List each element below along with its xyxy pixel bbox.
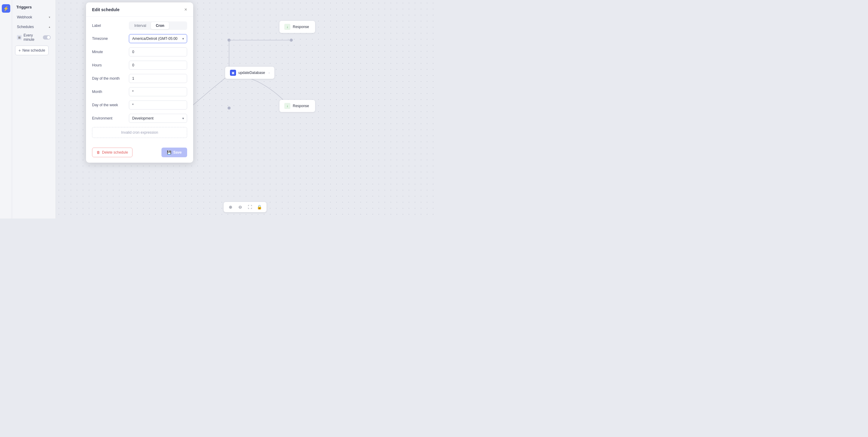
minute-row: Minute xyxy=(92,48,187,56)
hours-control xyxy=(129,61,187,70)
timezone-select[interactable]: America/Detroit (GMT-05:00 America/New_Y… xyxy=(129,34,187,43)
schedule-entry-icon: ▦ xyxy=(17,35,22,40)
day-of-month-row: Day of the month xyxy=(92,74,187,83)
minute-control xyxy=(129,48,187,56)
canvas-toolbar: ⊕ ⊖ ⛶ 🔒 xyxy=(223,201,267,213)
node-update-database[interactable]: ▣ updateDatabase › xyxy=(225,66,275,79)
modal-footer: 🗑 Delete schedule 💾 Save xyxy=(86,148,193,163)
zoom-in-icon: ⊕ xyxy=(229,205,232,210)
day-of-week-label: Day of the week xyxy=(92,103,125,107)
timezone-control: America/Detroit (GMT-05:00 America/New_Y… xyxy=(129,34,187,43)
schedule-entry-every-minute[interactable]: ▦ Every minute xyxy=(15,32,53,43)
save-icon: 💾 xyxy=(167,150,172,155)
interval-cron-toggle[interactable]: Interval Cron xyxy=(129,22,187,30)
hours-row: Hours xyxy=(92,61,187,70)
environment-label: Environment xyxy=(92,116,125,120)
day-of-week-row: Day of the week xyxy=(92,100,187,110)
cron-expression-box: Invalid cron expression xyxy=(92,127,187,138)
new-schedule-label: New schedule xyxy=(22,48,45,53)
trash-icon: 🗑 xyxy=(97,150,100,155)
modal-body: Label Interval Cron Timezone xyxy=(86,17,193,148)
response-1-label: Response xyxy=(293,25,309,29)
hours-input[interactable] xyxy=(129,61,187,70)
day-of-week-control xyxy=(129,100,187,110)
month-input[interactable] xyxy=(129,87,187,96)
sidebar-section-schedules: Schedules ▲ ▦ Every minute xyxy=(12,23,56,43)
label-toggle-group: Interval Cron xyxy=(129,22,187,30)
day-of-month-label: Day of the month xyxy=(92,76,125,81)
delete-label: Delete schedule xyxy=(102,150,128,155)
modal-title: Edit schedule xyxy=(92,7,120,12)
day-of-week-input[interactable] xyxy=(129,100,187,110)
lightning-icon[interactable]: ⚡ xyxy=(2,4,10,13)
env-select-wrapper: Development Staging Production xyxy=(129,114,187,123)
response-icon-1: ↓ xyxy=(284,24,290,30)
expand-button[interactable]: ⛶ xyxy=(247,204,253,210)
minute-label: Minute xyxy=(92,50,125,54)
cron-expression-text: Invalid cron expression xyxy=(121,130,158,134)
close-button[interactable]: × xyxy=(184,7,187,12)
month-row: Month xyxy=(92,87,187,96)
interval-option[interactable]: Interval xyxy=(129,22,151,29)
day-of-month-control xyxy=(129,74,187,83)
lock-icon: 🔒 xyxy=(257,205,262,210)
cron-option[interactable]: Cron xyxy=(151,22,169,29)
lock-button[interactable]: 🔒 xyxy=(256,204,263,210)
schedules-collapse-icon: ▲ xyxy=(48,26,51,28)
timezone-select-wrapper: America/Detroit (GMT-05:00 America/New_Y… xyxy=(129,34,187,43)
node-response-1[interactable]: ↓ Response xyxy=(279,21,315,33)
environment-row: Environment Development Staging Producti… xyxy=(92,114,187,123)
plus-icon: + xyxy=(19,48,21,53)
response-2-label: Response xyxy=(293,104,309,108)
save-button[interactable]: 💾 Save xyxy=(161,148,187,157)
canvas: ↓ Response ▣ updateDatabase › ↓ Response… xyxy=(56,0,434,218)
delete-schedule-button[interactable]: 🗑 Delete schedule xyxy=(92,148,132,157)
zoom-out-button[interactable]: ⊖ xyxy=(237,204,244,210)
svg-point-3 xyxy=(290,39,293,42)
environment-control: Development Staging Production xyxy=(129,114,187,123)
schedule-entry-label: Every minute xyxy=(24,33,43,42)
month-control xyxy=(129,87,187,96)
day-of-month-input[interactable] xyxy=(129,74,187,83)
sidebar-title: Triggers xyxy=(12,0,56,13)
node-response-2[interactable]: ↓ Response xyxy=(279,100,315,112)
schedules-label: Schedules xyxy=(17,25,34,29)
webhook-collapse-icon: ▼ xyxy=(48,16,51,19)
sidebar-section-webhook: Webhook ▼ xyxy=(12,13,56,22)
timezone-label: Timezone xyxy=(92,36,125,41)
save-label: Save xyxy=(173,150,182,155)
modal-header: Edit schedule × xyxy=(86,2,193,17)
node-arrow: › xyxy=(269,71,270,74)
sidebar-item-schedules[interactable]: Schedules ▲ xyxy=(15,23,53,31)
month-label: Month xyxy=(92,90,125,94)
svg-point-2 xyxy=(227,106,230,110)
sidebar: Triggers Webhook ▼ Schedules ▲ ▦ Every m… xyxy=(12,0,56,218)
label-row: Label Interval Cron xyxy=(92,22,187,30)
new-schedule-button[interactable]: + New schedule xyxy=(15,45,49,55)
db-icon: ▣ xyxy=(230,70,236,76)
environment-select[interactable]: Development Staging Production xyxy=(129,114,187,123)
svg-point-0 xyxy=(227,39,230,42)
zoom-in-button[interactable]: ⊕ xyxy=(227,204,234,210)
response-icon-2: ↓ xyxy=(284,103,290,109)
expand-icon: ⛶ xyxy=(248,205,252,210)
schedule-toggle[interactable] xyxy=(43,35,51,39)
sidebar-item-webhook[interactable]: Webhook ▼ xyxy=(15,13,53,22)
zoom-out-icon: ⊖ xyxy=(239,205,242,210)
edit-schedule-modal: Edit schedule × Label Interval Cron xyxy=(86,2,193,163)
icon-bar: ⚡ xyxy=(0,0,12,218)
label-field-label: Label xyxy=(92,24,125,28)
update-db-label: updateDatabase xyxy=(239,71,265,75)
timezone-row: Timezone America/Detroit (GMT-05:00 Amer… xyxy=(92,34,187,43)
webhook-label: Webhook xyxy=(17,15,32,19)
minute-input[interactable] xyxy=(129,48,187,56)
hours-label: Hours xyxy=(92,63,125,67)
